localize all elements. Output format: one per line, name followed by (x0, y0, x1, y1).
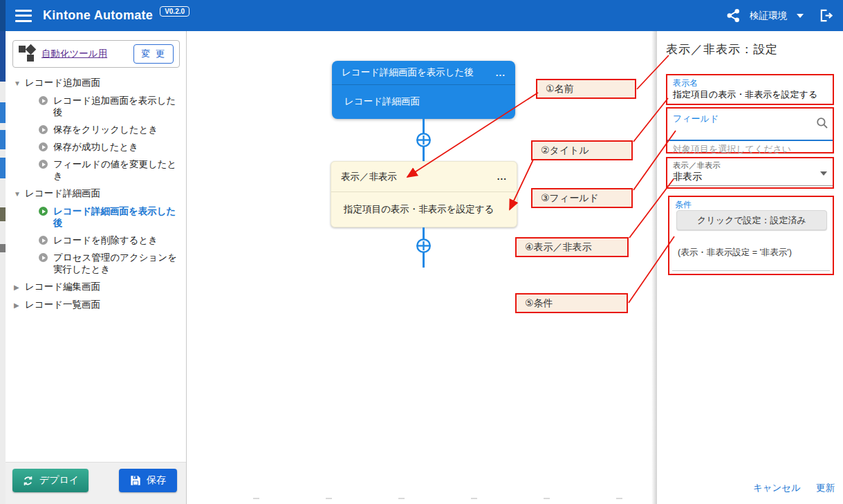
environment-label: 検証環境 (750, 10, 787, 22)
trigger-node-title: レコード詳細画面を表示した後 (342, 66, 474, 79)
left-edge-strip (0, 31, 6, 504)
app-selector-card: 自動化ツール用 変 更 (12, 40, 180, 68)
chevron-collapsed-icon: ▶ (14, 283, 21, 291)
display-name-label: 表示名 (673, 77, 698, 89)
refresh-icon (22, 475, 34, 487)
kintone-automate-app: Kintone Automate V0.2.0 検証環境 (0, 0, 843, 504)
change-app-button[interactable]: 変 更 (133, 44, 174, 64)
condition-set-button[interactable]: クリックで設定：設定済み (676, 210, 827, 230)
display-name-value[interactable]: 指定項目の表示・非表示を設定する (673, 88, 817, 101)
visibility-label: 表示／非表示 (673, 160, 721, 171)
tree-item[interactable]: レコード追加画面を表示した後 (6, 92, 186, 121)
trigger-node-subtitle: レコード詳細画面 (332, 85, 515, 118)
save-button[interactable]: 保存 (119, 469, 177, 492)
chevron-down-icon[interactable] (820, 171, 827, 176)
share-icon[interactable] (727, 9, 740, 22)
tree-group-record-add[interactable]: ▼ レコード追加画面 (6, 74, 186, 92)
field-helper-text: 対象項目を選択してください (673, 143, 791, 156)
play-icon (39, 125, 48, 134)
header-left-accent (0, 0, 6, 31)
tree-item[interactable]: フィールドの値を変更したとき (6, 156, 186, 185)
action-node-subtitle: 指定項目の表示・非表示を設定する (331, 192, 517, 227)
condition-highlight-box: 条件 クリックで設定：設定済み (表示・非表示設定 = '非表示') (668, 196, 834, 275)
chevron-expanded-icon: ▼ (14, 190, 21, 198)
add-step-icon[interactable] (416, 238, 432, 254)
play-icon-active (39, 207, 48, 216)
annotation-title-label: ②タイトル (531, 140, 633, 160)
condition-summary: (表示・非表示設定 = '非表示') (678, 247, 792, 259)
action-node-menu-icon[interactable]: ... (497, 171, 507, 182)
settings-panel: 表示／非表示：設定 表示名 指定項目の表示・非表示を設定する フィールド 対象項… (657, 31, 843, 504)
condition-label: 条件 (675, 199, 692, 211)
kintone-app-icon (19, 46, 35, 62)
tree-item-selected[interactable]: レコード詳細画面を表示した後 (6, 203, 186, 232)
flow-canvas: レコード詳細画面を表示した後 ... レコード詳細画面 表示／非表示 ... 指… (187, 31, 657, 504)
app-link[interactable]: 自動化ツール用 (41, 48, 133, 60)
field-input-underline[interactable] (667, 140, 833, 141)
panel-title: 表示／非表示：設定 (666, 41, 778, 57)
play-icon (39, 236, 48, 245)
play-icon (39, 160, 48, 169)
header-bar: Kintone Automate V0.2.0 検証環境 (0, 0, 843, 31)
app-title: Kintone Automate (43, 8, 153, 23)
chevron-collapsed-icon: ▶ (14, 301, 21, 309)
annotation-field-label: ③フィールド (531, 188, 633, 208)
annotation-visibility-label: ④表示／非表示 (515, 237, 629, 257)
tree-item[interactable]: レコードを削除するとき (6, 232, 186, 249)
play-icon (39, 142, 48, 151)
annotation-condition-label: ⑤条件 (515, 293, 628, 313)
tree-item[interactable]: 保存をクリックしたとき (6, 121, 186, 138)
panel-shadow (651, 31, 657, 504)
tree-item[interactable]: 保存が成功したとき (6, 138, 186, 156)
version-badge: V0.2.0 (160, 6, 189, 17)
sidebar-footer: デプロイ 保存 (6, 462, 186, 504)
field-label: フィールド (673, 113, 719, 125)
visibility-underline (667, 185, 833, 186)
display-name-highlight-box: 表示名 指定項目の表示・非表示を設定する (666, 74, 834, 105)
field-highlight-box: フィールド 対象項目を選択してください (666, 107, 834, 153)
tree-group-record-edit[interactable]: ▶ レコード編集画面 (6, 278, 186, 296)
environment-dropdown-caret[interactable] (797, 14, 804, 18)
trigger-node-menu-icon[interactable]: ... (496, 68, 506, 78)
hamburger-menu-icon[interactable] (15, 10, 32, 22)
sidebar: 自動化ツール用 変 更 ▼ レコード追加画面 レコード追加画面を表示した後 保存… (6, 31, 187, 504)
logout-icon[interactable] (819, 8, 833, 23)
condition-divider (672, 270, 830, 271)
add-step-icon[interactable] (416, 132, 432, 148)
annotation-name-label: ①名前 (536, 79, 636, 99)
action-node[interactable]: 表示／非表示 ... 指定項目の表示・非表示を設定する (331, 161, 517, 227)
chevron-expanded-icon: ▼ (14, 80, 21, 87)
update-button[interactable]: 更新 (816, 482, 835, 494)
deploy-button[interactable]: デプロイ (12, 469, 89, 492)
event-tree: ▼ レコード追加画面 レコード追加画面を表示した後 保存をクリックしたとき 保存… (6, 74, 186, 314)
action-node-title: 表示／非表示 (341, 171, 397, 183)
trigger-node[interactable]: レコード詳細画面を表示した後 ... レコード詳細画面 (332, 61, 515, 119)
play-icon (39, 96, 48, 105)
tree-group-record-detail[interactable]: ▼ レコード詳細画面 (6, 185, 186, 203)
cancel-button[interactable]: キャンセル (753, 482, 801, 494)
tree-item[interactable]: プロセス管理のアクションを実行したとき (6, 249, 186, 278)
play-icon (39, 253, 48, 262)
tree-group-record-list[interactable]: ▶ レコード一覧画面 (6, 296, 186, 314)
floppy-save-icon (130, 475, 141, 486)
search-icon[interactable] (816, 117, 828, 132)
visibility-highlight-box: 表示／非表示 非表示 (666, 157, 834, 189)
visibility-select-value[interactable]: 非表示 (673, 171, 702, 183)
